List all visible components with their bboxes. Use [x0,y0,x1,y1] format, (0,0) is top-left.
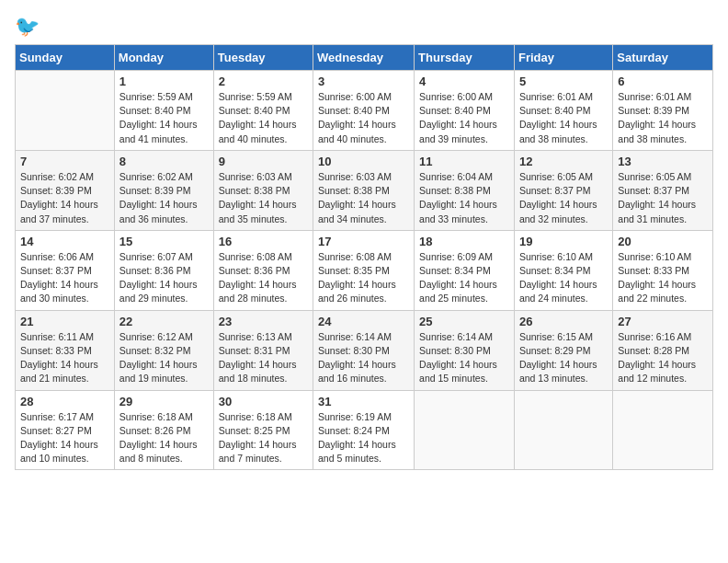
day-cell: 8Sunrise: 6:02 AM Sunset: 8:39 PM Daylig… [114,150,213,230]
day-cell: 21Sunrise: 6:11 AM Sunset: 8:33 PM Dayli… [16,310,115,390]
day-info: Sunrise: 6:04 AM Sunset: 8:38 PM Dayligh… [419,170,509,226]
day-cell: 22Sunrise: 6:12 AM Sunset: 8:32 PM Dayli… [114,310,213,390]
day-cell: 7Sunrise: 6:02 AM Sunset: 8:39 PM Daylig… [16,150,115,230]
day-info: Sunrise: 6:08 AM Sunset: 8:36 PM Dayligh… [219,250,308,306]
day-number: 1 [119,75,209,88]
logo-bird-icon: 🐦 [15,15,40,38]
day-info: Sunrise: 6:00 AM Sunset: 8:40 PM Dayligh… [318,90,409,146]
day-info: Sunrise: 5:59 AM Sunset: 8:40 PM Dayligh… [119,90,209,146]
day-info: Sunrise: 6:06 AM Sunset: 8:37 PM Dayligh… [20,250,109,306]
day-cell [613,390,713,470]
day-info: Sunrise: 6:02 AM Sunset: 8:39 PM Dayligh… [20,170,109,226]
day-cell: 19Sunrise: 6:10 AM Sunset: 8:34 PM Dayli… [514,230,612,310]
day-info: Sunrise: 6:11 AM Sunset: 8:33 PM Dayligh… [20,330,109,386]
day-info: Sunrise: 6:18 AM Sunset: 8:26 PM Dayligh… [119,410,209,466]
day-info: Sunrise: 6:12 AM Sunset: 8:32 PM Dayligh… [119,330,209,386]
day-header-tuesday: Tuesday [213,45,313,71]
day-number: 28 [20,395,109,408]
day-info: Sunrise: 6:07 AM Sunset: 8:36 PM Dayligh… [119,250,209,306]
day-header-wednesday: Wednesday [313,45,415,71]
calendar-body: 1Sunrise: 5:59 AM Sunset: 8:40 PM Daylig… [16,71,713,470]
day-cell: 24Sunrise: 6:14 AM Sunset: 8:30 PM Dayli… [313,310,415,390]
day-info: Sunrise: 6:08 AM Sunset: 8:35 PM Dayligh… [318,250,409,306]
day-cell: 15Sunrise: 6:07 AM Sunset: 8:36 PM Dayli… [114,230,213,310]
day-cell: 30Sunrise: 6:18 AM Sunset: 8:25 PM Dayli… [213,390,313,470]
day-info: Sunrise: 6:01 AM Sunset: 8:40 PM Dayligh… [519,90,608,146]
day-info: Sunrise: 6:16 AM Sunset: 8:28 PM Dayligh… [618,330,708,386]
day-info: Sunrise: 6:01 AM Sunset: 8:39 PM Dayligh… [618,90,708,146]
day-number: 23 [219,315,308,328]
day-number: 29 [119,395,209,408]
day-header-sunday: Sunday [16,45,115,71]
day-info: Sunrise: 6:10 AM Sunset: 8:33 PM Dayligh… [618,250,708,306]
day-info: Sunrise: 6:10 AM Sunset: 8:34 PM Dayligh… [519,250,608,306]
day-number: 4 [419,75,509,88]
day-cell: 29Sunrise: 6:18 AM Sunset: 8:26 PM Dayli… [114,390,213,470]
day-cell: 14Sunrise: 6:06 AM Sunset: 8:37 PM Dayli… [16,230,115,310]
day-number: 30 [219,395,308,408]
day-cell: 10Sunrise: 6:03 AM Sunset: 8:38 PM Dayli… [313,150,415,230]
week-row-1: 1Sunrise: 5:59 AM Sunset: 8:40 PM Daylig… [16,71,713,151]
day-cell: 3Sunrise: 6:00 AM Sunset: 8:40 PM Daylig… [313,71,415,151]
day-info: Sunrise: 6:05 AM Sunset: 8:37 PM Dayligh… [519,170,608,226]
day-info: Sunrise: 6:18 AM Sunset: 8:25 PM Dayligh… [219,410,308,466]
week-row-4: 21Sunrise: 6:11 AM Sunset: 8:33 PM Dayli… [16,310,713,390]
day-header-thursday: Thursday [415,45,515,71]
day-number: 7 [20,155,109,168]
day-info: Sunrise: 6:03 AM Sunset: 8:38 PM Dayligh… [219,170,308,226]
day-number: 9 [219,155,308,168]
day-number: 14 [20,235,109,248]
day-number: 2 [219,75,308,88]
day-number: 10 [318,155,409,168]
day-cell: 11Sunrise: 6:04 AM Sunset: 8:38 PM Dayli… [415,150,515,230]
day-cell [514,390,612,470]
day-number: 25 [419,315,509,328]
day-cell: 31Sunrise: 6:19 AM Sunset: 8:24 PM Dayli… [313,390,415,470]
day-number: 20 [618,235,708,248]
day-header-monday: Monday [114,45,213,71]
day-number: 22 [119,315,209,328]
week-row-2: 7Sunrise: 6:02 AM Sunset: 8:39 PM Daylig… [16,150,713,230]
day-info: Sunrise: 6:15 AM Sunset: 8:29 PM Dayligh… [519,330,608,386]
day-number: 31 [318,395,409,408]
day-cell: 12Sunrise: 6:05 AM Sunset: 8:37 PM Dayli… [514,150,612,230]
day-number: 18 [419,235,509,248]
day-info: Sunrise: 6:14 AM Sunset: 8:30 PM Dayligh… [318,330,409,386]
day-number: 5 [519,75,608,88]
day-header-friday: Friday [514,45,612,71]
day-number: 11 [419,155,509,168]
day-info: Sunrise: 6:13 AM Sunset: 8:31 PM Dayligh… [219,330,308,386]
week-row-3: 14Sunrise: 6:06 AM Sunset: 8:37 PM Dayli… [16,230,713,310]
day-number: 19 [519,235,608,248]
day-info: Sunrise: 5:59 AM Sunset: 8:40 PM Dayligh… [219,90,308,146]
day-number: 15 [119,235,209,248]
day-info: Sunrise: 6:19 AM Sunset: 8:24 PM Dayligh… [318,410,409,466]
day-number: 24 [318,315,409,328]
day-info: Sunrise: 6:09 AM Sunset: 8:34 PM Dayligh… [419,250,509,306]
week-row-5: 28Sunrise: 6:17 AM Sunset: 8:27 PM Dayli… [16,390,713,470]
day-cell [415,390,515,470]
day-cell: 13Sunrise: 6:05 AM Sunset: 8:37 PM Dayli… [613,150,713,230]
day-number: 21 [20,315,109,328]
logo: 🐦 [15,15,40,39]
day-cell: 2Sunrise: 5:59 AM Sunset: 8:40 PM Daylig… [213,71,313,151]
day-info: Sunrise: 6:05 AM Sunset: 8:37 PM Dayligh… [618,170,708,226]
day-info: Sunrise: 6:03 AM Sunset: 8:38 PM Dayligh… [318,170,409,226]
calendar-table: SundayMondayTuesdayWednesdayThursdayFrid… [15,44,713,470]
day-info: Sunrise: 6:17 AM Sunset: 8:27 PM Dayligh… [20,410,109,466]
day-header-saturday: Saturday [613,45,713,71]
day-cell: 5Sunrise: 6:01 AM Sunset: 8:40 PM Daylig… [514,71,612,151]
page-header: 🐦 [15,15,713,39]
day-cell: 6Sunrise: 6:01 AM Sunset: 8:39 PM Daylig… [613,71,713,151]
day-cell: 18Sunrise: 6:09 AM Sunset: 8:34 PM Dayli… [415,230,515,310]
day-cell: 28Sunrise: 6:17 AM Sunset: 8:27 PM Dayli… [16,390,115,470]
day-cell: 1Sunrise: 5:59 AM Sunset: 8:40 PM Daylig… [114,71,213,151]
day-number: 13 [618,155,708,168]
day-cell: 9Sunrise: 6:03 AM Sunset: 8:38 PM Daylig… [213,150,313,230]
day-cell: 23Sunrise: 6:13 AM Sunset: 8:31 PM Dayli… [213,310,313,390]
day-number: 27 [618,315,708,328]
day-cell: 25Sunrise: 6:14 AM Sunset: 8:30 PM Dayli… [415,310,515,390]
day-info: Sunrise: 6:02 AM Sunset: 8:39 PM Dayligh… [119,170,209,226]
day-number: 12 [519,155,608,168]
day-number: 16 [219,235,308,248]
